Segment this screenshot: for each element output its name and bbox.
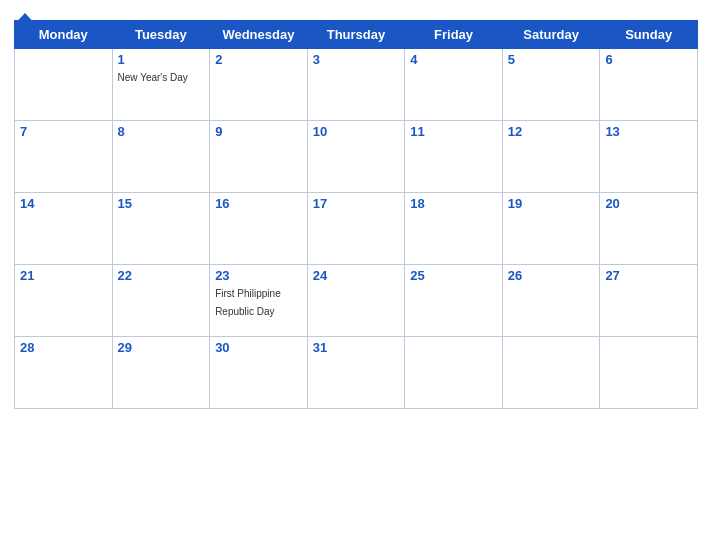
calendar-cell: 18 xyxy=(405,193,503,265)
calendar-cell: 24 xyxy=(307,265,405,337)
calendar-cell: 26 xyxy=(502,265,600,337)
weekday-header-thursday: Thursday xyxy=(307,21,405,49)
calendar-container: MondayTuesdayWednesdayThursdayFridaySatu… xyxy=(0,0,712,550)
day-number: 25 xyxy=(410,268,497,283)
svg-marker-0 xyxy=(15,13,34,29)
calendar-cell: 12 xyxy=(502,121,600,193)
calendar-cell xyxy=(600,337,698,409)
weekday-header-wednesday: Wednesday xyxy=(210,21,308,49)
day-number: 29 xyxy=(118,340,205,355)
calendar-cell: 23First Philippine Republic Day xyxy=(210,265,308,337)
day-number: 6 xyxy=(605,52,692,67)
calendar-cell: 27 xyxy=(600,265,698,337)
day-number: 9 xyxy=(215,124,302,139)
day-number: 31 xyxy=(313,340,400,355)
calendar-grid: MondayTuesdayWednesdayThursdayFridaySatu… xyxy=(14,20,698,409)
calendar-cell: 3 xyxy=(307,49,405,121)
day-number: 20 xyxy=(605,196,692,211)
day-number: 8 xyxy=(118,124,205,139)
calendar-cell: 4 xyxy=(405,49,503,121)
calendar-cell: 11 xyxy=(405,121,503,193)
day-number: 15 xyxy=(118,196,205,211)
calendar-cell xyxy=(405,337,503,409)
day-number: 23 xyxy=(215,268,302,283)
calendar-cell: 17 xyxy=(307,193,405,265)
weekday-header-saturday: Saturday xyxy=(502,21,600,49)
logo-icon xyxy=(14,10,36,32)
calendar-week-row: 78910111213 xyxy=(15,121,698,193)
calendar-cell: 31 xyxy=(307,337,405,409)
calendar-cell: 19 xyxy=(502,193,600,265)
day-number: 4 xyxy=(410,52,497,67)
calendar-cell: 5 xyxy=(502,49,600,121)
day-number: 21 xyxy=(20,268,107,283)
calendar-week-row: 14151617181920 xyxy=(15,193,698,265)
calendar-cell: 10 xyxy=(307,121,405,193)
day-number: 1 xyxy=(118,52,205,67)
calendar-week-row: 28293031 xyxy=(15,337,698,409)
calendar-week-row: 212223First Philippine Republic Day24252… xyxy=(15,265,698,337)
day-number: 16 xyxy=(215,196,302,211)
calendar-cell: 2 xyxy=(210,49,308,121)
calendar-cell: 29 xyxy=(112,337,210,409)
day-number: 12 xyxy=(508,124,595,139)
calendar-cell: 21 xyxy=(15,265,113,337)
day-number: 19 xyxy=(508,196,595,211)
calendar-cell xyxy=(15,49,113,121)
calendar-cell: 9 xyxy=(210,121,308,193)
calendar-cell: 22 xyxy=(112,265,210,337)
weekday-header-tuesday: Tuesday xyxy=(112,21,210,49)
day-number: 2 xyxy=(215,52,302,67)
calendar-cell: 16 xyxy=(210,193,308,265)
calendar-cell: 8 xyxy=(112,121,210,193)
weekday-header-row: MondayTuesdayWednesdayThursdayFridaySatu… xyxy=(15,21,698,49)
day-number: 14 xyxy=(20,196,107,211)
day-number: 7 xyxy=(20,124,107,139)
day-number: 17 xyxy=(313,196,400,211)
calendar-cell: 6 xyxy=(600,49,698,121)
day-number: 28 xyxy=(20,340,107,355)
calendar-week-row: 1New Year's Day23456 xyxy=(15,49,698,121)
day-number: 26 xyxy=(508,268,595,283)
calendar-cell: 15 xyxy=(112,193,210,265)
day-number: 27 xyxy=(605,268,692,283)
day-number: 11 xyxy=(410,124,497,139)
calendar-cell xyxy=(502,337,600,409)
day-number: 22 xyxy=(118,268,205,283)
weekday-header-friday: Friday xyxy=(405,21,503,49)
calendar-cell: 28 xyxy=(15,337,113,409)
day-number: 18 xyxy=(410,196,497,211)
weekday-header-sunday: Sunday xyxy=(600,21,698,49)
calendar-cell: 13 xyxy=(600,121,698,193)
holiday-label: New Year's Day xyxy=(118,72,188,83)
calendar-cell: 25 xyxy=(405,265,503,337)
logo-area xyxy=(14,10,38,32)
calendar-cell: 14 xyxy=(15,193,113,265)
calendar-cell: 20 xyxy=(600,193,698,265)
calendar-cell: 7 xyxy=(15,121,113,193)
day-number: 13 xyxy=(605,124,692,139)
holiday-label: First Philippine Republic Day xyxy=(215,288,281,317)
day-number: 3 xyxy=(313,52,400,67)
calendar-cell: 30 xyxy=(210,337,308,409)
calendar-cell: 1New Year's Day xyxy=(112,49,210,121)
day-number: 30 xyxy=(215,340,302,355)
day-number: 24 xyxy=(313,268,400,283)
calendar-header xyxy=(14,10,698,14)
day-number: 5 xyxy=(508,52,595,67)
day-number: 10 xyxy=(313,124,400,139)
